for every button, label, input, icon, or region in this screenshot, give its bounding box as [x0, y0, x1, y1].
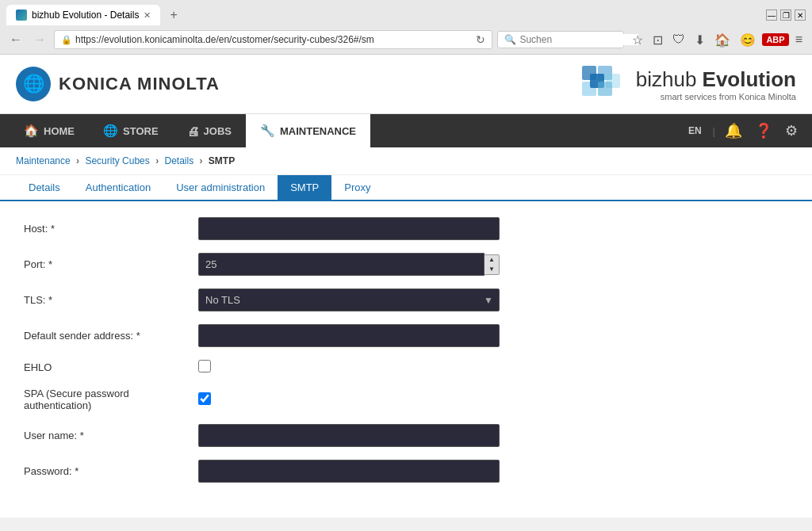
spa-label: SPA (Secure password authentication) — [24, 388, 198, 411]
address-box[interactable]: 🔒 https://evolution.konicaminolta.de/en/… — [54, 30, 492, 49]
bell-icon[interactable]: 🔔 — [720, 119, 747, 143]
password-input[interactable] — [198, 460, 500, 483]
tls-select[interactable]: No TLS TLS STARTTLS — [198, 288, 500, 311]
tab-details[interactable]: Details — [16, 175, 73, 200]
home-icon[interactable]: 🏠 — [711, 31, 733, 49]
close-button[interactable]: ✕ — [795, 10, 806, 21]
logo-area: 🌐 KONICA MINOLTA — [16, 67, 220, 101]
ehlo-checkbox[interactable] — [198, 360, 211, 372]
breadcrumb-sep-1: › — [76, 155, 79, 166]
spa-control — [198, 392, 500, 407]
menu-icon[interactable]: ≡ — [792, 31, 806, 48]
breadcrumb: Maintenance › Security Cubes › Details ›… — [0, 147, 812, 175]
port-input[interactable] — [198, 253, 485, 276]
sender-input[interactable] — [198, 324, 500, 347]
password-row: Password: * — [24, 460, 788, 483]
download-icon[interactable]: ⬇ — [691, 31, 708, 49]
tls-label: TLS: * — [24, 294, 198, 306]
svg-rect-5 — [598, 82, 612, 96]
restore-button[interactable]: ❐ — [780, 10, 791, 21]
jobs-nav-icon: 🖨 — [187, 124, 199, 138]
breadcrumb-details[interactable]: Details — [164, 155, 193, 166]
search-input[interactable] — [519, 34, 638, 45]
tab-authentication[interactable]: Authentication — [73, 175, 163, 200]
search-box[interactable]: 🔍 — [497, 31, 624, 48]
bizhub-subtitle: smart services from Konica Minolta — [636, 92, 796, 101]
username-input[interactable] — [198, 424, 500, 447]
bizhub-logo: bizhub Evolution smart services from Kon… — [636, 67, 796, 101]
store-nav-icon: 🌐 — [103, 124, 118, 138]
reload-button[interactable]: ↻ — [476, 33, 485, 46]
tab-close-button[interactable]: ✕ — [144, 10, 151, 21]
host-input[interactable] — [198, 217, 500, 240]
host-label: Host: * — [24, 223, 198, 235]
brand-right: bizhub Evolution smart services from Kon… — [580, 64, 796, 104]
logo-icon: 🌐 — [23, 74, 44, 94]
nav-home-label: HOME — [44, 125, 75, 137]
form-section: Host: * Port: * ▲ ▼ TLS: * No TLS TL — [0, 201, 812, 511]
spa-checkbox[interactable] — [198, 392, 211, 405]
site-header: 🌐 KONICA MINOLTA bizhub Evolution smart … — [0, 55, 812, 114]
settings-icon[interactable]: ⚙ — [780, 119, 802, 143]
new-tab-button[interactable]: + — [163, 5, 183, 25]
logo-text: KONICA MINOLTA — [59, 74, 220, 94]
tab-user-administration[interactable]: User administration — [163, 175, 278, 200]
nav-separator: | — [711, 125, 717, 137]
browser-tab[interactable]: bizhub Evolution - Details ✕ — [6, 5, 160, 25]
host-control — [198, 217, 500, 240]
reader-icon[interactable]: ⊡ — [649, 31, 666, 49]
home-nav-icon: 🏠 — [24, 124, 39, 138]
port-label: Port: * — [24, 258, 198, 270]
breadcrumb-sep-3: › — [200, 155, 203, 166]
forward-button[interactable]: → — [30, 31, 49, 48]
spa-row: SPA (Secure password authentication) — [24, 388, 788, 411]
tab-bar: Details Authentication User administrati… — [0, 175, 812, 201]
password-control — [198, 460, 500, 483]
port-decrement-button[interactable]: ▼ — [485, 265, 499, 274]
browser-chrome: bizhub Evolution - Details ✕ + — ❐ ✕ ← →… — [0, 0, 812, 55]
tls-control: No TLS TLS STARTTLS ▼ — [198, 288, 500, 311]
breadcrumb-security-cubes[interactable]: Security Cubes — [85, 155, 149, 166]
adblock-icon[interactable]: ABP — [762, 33, 788, 46]
nav-home[interactable]: 🏠 HOME — [10, 114, 89, 147]
back-button[interactable]: ← — [6, 31, 25, 48]
user-icon[interactable]: 😊 — [737, 31, 759, 49]
nav-maintenance-label: MAINTENANCE — [280, 125, 356, 137]
ehlo-control — [198, 360, 500, 375]
sender-row: Default sender address: * — [24, 324, 788, 347]
tls-row: TLS: * No TLS TLS STARTTLS ▼ — [24, 288, 788, 311]
button-row: Save Reset — [0, 511, 812, 518]
tab-smtp[interactable]: SMTP — [278, 175, 331, 200]
search-icon: 🔍 — [504, 34, 516, 45]
sender-label: Default sender address: * — [24, 330, 198, 342]
tab-proxy[interactable]: Proxy — [331, 175, 383, 200]
username-label: User name: * — [24, 430, 198, 441]
port-control: ▲ ▼ — [198, 253, 500, 276]
shield-icon[interactable]: 🛡 — [669, 31, 688, 48]
nav-store-label: STORE — [123, 125, 159, 137]
address-bar: ← → 🔒 https://evolution.konicaminolta.de… — [0, 25, 812, 54]
host-row: Host: * — [24, 217, 788, 240]
toolbar-icons: ☆ ⊡ 🛡 ⬇ 🏠 😊 ABP ≡ — [629, 31, 806, 49]
breadcrumb-maintenance[interactable]: Maintenance — [16, 155, 71, 166]
sender-control — [198, 324, 500, 347]
maintenance-nav-icon: 🔧 — [260, 124, 275, 138]
language-button[interactable]: EN — [682, 122, 708, 139]
brand-graphic — [580, 64, 628, 104]
bookmarks-icon[interactable]: ☆ — [629, 31, 646, 49]
nav-jobs-label: JOBS — [204, 125, 232, 137]
page-wrapper: 🌐 KONICA MINOLTA bizhub Evolution smart … — [0, 55, 812, 518]
nav-right: EN | 🔔 ❓ ⚙ — [682, 119, 802, 143]
username-control — [198, 424, 500, 447]
help-icon[interactable]: ❓ — [750, 119, 777, 143]
ehlo-row: EHLO — [24, 360, 788, 375]
nav-maintenance[interactable]: 🔧 MAINTENANCE — [246, 114, 370, 147]
nav-jobs[interactable]: 🖨 JOBS — [173, 115, 246, 147]
ehlo-label: EHLO — [24, 361, 198, 373]
tab-title: bizhub Evolution - Details — [32, 10, 139, 21]
spa-label-sub: authentication) — [24, 399, 198, 411]
nav-store[interactable]: 🌐 STORE — [89, 114, 173, 147]
password-label: Password: * — [24, 465, 198, 477]
minimize-button[interactable]: — — [766, 10, 777, 21]
port-increment-button[interactable]: ▲ — [485, 255, 499, 265]
